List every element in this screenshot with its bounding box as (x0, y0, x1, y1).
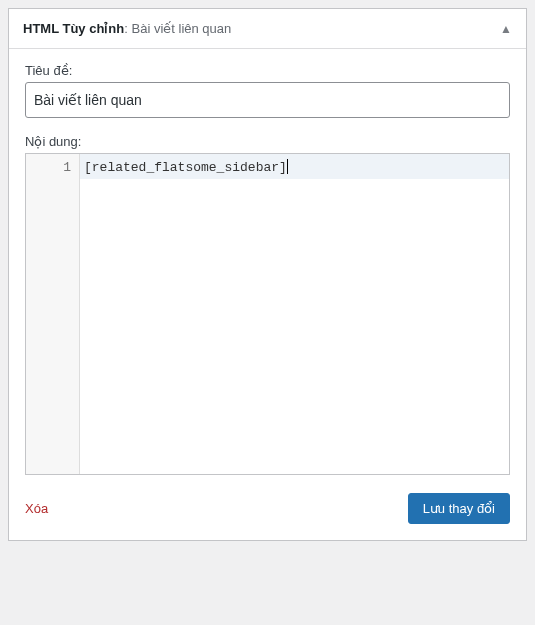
content-section: Nội dung: 1 [related_flatsome_sidebar] (25, 134, 510, 475)
widget-body: Tiêu đề: Nội dung: 1 [related_flatsome_s… (9, 49, 526, 540)
editor-content[interactable]: [related_flatsome_sidebar] (80, 154, 509, 474)
title-input[interactable] (25, 82, 510, 118)
text-cursor (287, 159, 288, 174)
content-label: Nội dung: (25, 134, 510, 149)
editor-line: [related_flatsome_sidebar] (80, 154, 509, 179)
widget-subtitle-text: Bài viết liên quan (132, 21, 232, 36)
widget-subtitle: : Bài viết liên quan (124, 21, 231, 36)
widget-title: HTML Tùy chỉnh (23, 21, 124, 36)
delete-link[interactable]: Xóa (25, 501, 48, 516)
title-label: Tiêu đề: (25, 63, 510, 78)
code-editor[interactable]: 1 [related_flatsome_sidebar] (25, 153, 510, 475)
widget-footer: Xóa Lưu thay đổi (25, 493, 510, 524)
widget-header[interactable]: HTML Tùy chỉnh: Bài viết liên quan ▲ (9, 9, 526, 49)
save-button[interactable]: Lưu thay đổi (408, 493, 510, 524)
line-number: 1 (26, 158, 71, 179)
widget-panel: HTML Tùy chỉnh: Bài viết liên quan ▲ Tiê… (8, 8, 527, 541)
widget-title-wrap: HTML Tùy chỉnh: Bài viết liên quan (23, 21, 231, 36)
editor-gutter: 1 (26, 154, 80, 474)
chevron-up-icon[interactable]: ▲ (500, 22, 512, 36)
editor-line-text: [related_flatsome_sidebar] (84, 160, 287, 175)
